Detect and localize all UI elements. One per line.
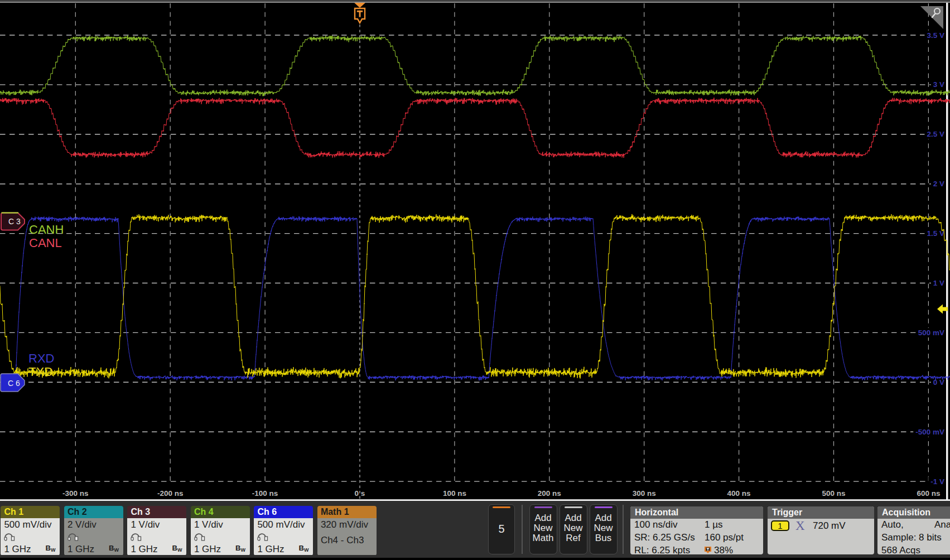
svg-text:C 3: C 3 [8, 217, 21, 226]
svg-text:TXD: TXD [28, 365, 53, 379]
svg-text:-300 ns: -300 ns [62, 489, 89, 498]
svg-text:RXD: RXD [28, 351, 54, 365]
svg-text:3.5 V: 3.5 V [927, 31, 944, 40]
svg-text:2 V: 2 V [933, 180, 944, 188]
svg-text:2.5 V: 2.5 V [927, 130, 944, 138]
svg-text:CANH: CANH [29, 223, 64, 236]
svg-text:0 s: 0 s [355, 489, 365, 498]
svg-text:500 mV: 500 mV [918, 329, 944, 337]
svg-text:-200 ns: -200 ns [157, 489, 184, 498]
svg-text:-1 V: -1 V [930, 477, 944, 486]
svg-text:200 ns: 200 ns [538, 489, 561, 498]
svg-text:600 ns: 600 ns [917, 489, 940, 498]
svg-text:-500 mV: -500 mV [915, 428, 944, 436]
svg-text:300 ns: 300 ns [633, 489, 656, 498]
svg-text:500 ns: 500 ns [822, 489, 845, 498]
svg-text:400 ns: 400 ns [727, 489, 751, 498]
svg-text:C 6: C 6 [8, 379, 20, 388]
svg-text:1.5 V: 1.5 V [927, 229, 944, 238]
svg-text:100 ns: 100 ns [443, 489, 466, 498]
svg-text:1 V: 1 V [933, 279, 944, 287]
svg-text:3 V: 3 V [933, 80, 944, 89]
svg-text:CANL: CANL [29, 236, 62, 250]
svg-text:-100 ns: -100 ns [252, 489, 278, 498]
